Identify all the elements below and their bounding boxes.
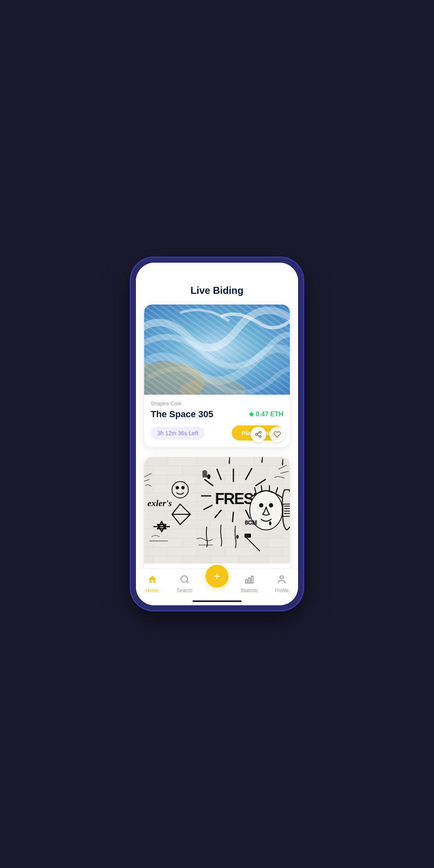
svg-rect-24 [225,475,254,484]
svg-rect-63 [144,538,154,547]
svg-rect-69 [144,547,168,556]
nav-profile[interactable]: Profile [266,573,298,593]
svg-rect-138 [251,576,253,583]
svg-point-3 [259,432,261,434]
content-area: Live Biding [136,281,298,568]
svg-rect-137 [249,578,250,583]
svg-rect-11 [197,457,225,466]
svg-rect-51 [144,520,154,529]
svg-point-96 [269,504,273,507]
card-2-artwork: FRESH! [144,457,290,564]
nav-search[interactable]: Search [168,573,201,593]
svg-point-4 [255,434,258,436]
like-button-1[interactable] [269,427,285,442]
svg-rect-47 [197,511,225,520]
card-1-title-row: The Space 305 0.47 ETH [151,409,283,420]
svg-line-7 [257,433,259,434]
nav-add: + [201,565,233,588]
svg-rect-29 [182,484,211,493]
svg-rect-76 [154,556,182,564]
svg-rect-58 [168,529,197,538]
svg-rect-50 [283,511,290,520]
svg-line-87 [233,512,233,522]
svg-line-135 [186,582,188,583]
svg-rect-67 [240,538,268,547]
svg-rect-0 [144,304,290,395]
card-1-title: The Space 305 [151,409,213,420]
svg-rect-79 [240,556,268,564]
nft-card-1: Shapire Cole The Space 305 0.47 ETH 3h 1… [144,304,290,447]
svg-point-139 [280,576,283,579]
svg-rect-9 [144,457,168,466]
svg-rect-77 [182,556,211,564]
svg-rect-16 [154,466,182,475]
svg-rect-26 [283,475,290,484]
svg-point-1 [144,362,205,395]
svg-rect-71 [197,547,225,556]
search-icon [180,575,190,586]
svg-point-127 [269,521,271,525]
svg-point-5 [259,436,261,438]
home-label: Home [146,588,159,593]
share-button-1[interactable] [251,427,266,442]
nft-card-2: FRESH! [144,457,290,568]
svg-rect-13 [254,457,283,466]
svg-rect-41 [182,502,211,511]
profile-icon [277,575,287,586]
svg-rect-73 [254,547,283,556]
svg-rect-15 [144,466,154,475]
svg-rect-22 [168,475,197,484]
svg-point-134 [181,576,188,582]
svg-line-6 [257,435,259,436]
svg-point-112 [176,486,179,489]
home-indicator [192,600,242,602]
svg-rect-74 [283,547,290,556]
card-1-actions [251,427,285,442]
svg-rect-57 [144,529,168,538]
phone-screen: Live Biding [136,263,298,605]
card-1-price: 0.47 ETH [249,411,283,418]
svg-text:exler's: exler's [147,498,172,508]
svg-rect-20 [268,466,290,475]
svg-rect-78 [211,556,240,564]
svg-point-126 [207,474,210,479]
card-1-author: Shapire Cole [151,400,283,407]
svg-point-128 [236,535,239,539]
svg-point-2 [180,378,246,395]
page-title: Live Biding [144,281,290,304]
svg-rect-72 [225,547,254,556]
svg-rect-124 [245,534,251,537]
svg-rect-68 [268,538,290,547]
nav-home[interactable]: Home [136,573,168,593]
svg-rect-46 [168,511,197,520]
card-1-timer: 3h 12m 36s Left [151,427,205,440]
profile-label: Profile [275,588,289,593]
svg-point-95 [260,504,263,507]
svg-rect-10 [168,457,197,466]
svg-rect-66 [211,538,240,547]
svg-rect-19 [240,466,268,475]
eth-icon-1 [249,412,254,417]
add-button[interactable]: + [206,565,228,588]
bottom-nav: Home Search + Statistic [136,568,298,605]
search-label: Search [177,588,192,593]
svg-text:6CM: 6CM [245,519,257,526]
svg-point-113 [182,486,184,489]
svg-rect-62 [283,529,290,538]
statistic-icon [244,575,254,586]
svg-rect-136 [246,579,247,583]
home-icon [147,575,157,586]
svg-rect-21 [144,475,168,484]
card-1-artwork [144,304,290,395]
svg-rect-45 [144,511,168,520]
svg-rect-64 [154,538,182,547]
svg-rect-70 [168,547,197,556]
statistic-label: Statistic [241,588,258,593]
nav-statistic[interactable]: Statistic [233,573,266,593]
svg-rect-38 [283,493,290,502]
svg-rect-18 [211,466,240,475]
svg-rect-61 [254,529,283,538]
svg-rect-14 [283,457,290,466]
svg-rect-75 [144,556,154,564]
status-bar [136,263,298,281]
